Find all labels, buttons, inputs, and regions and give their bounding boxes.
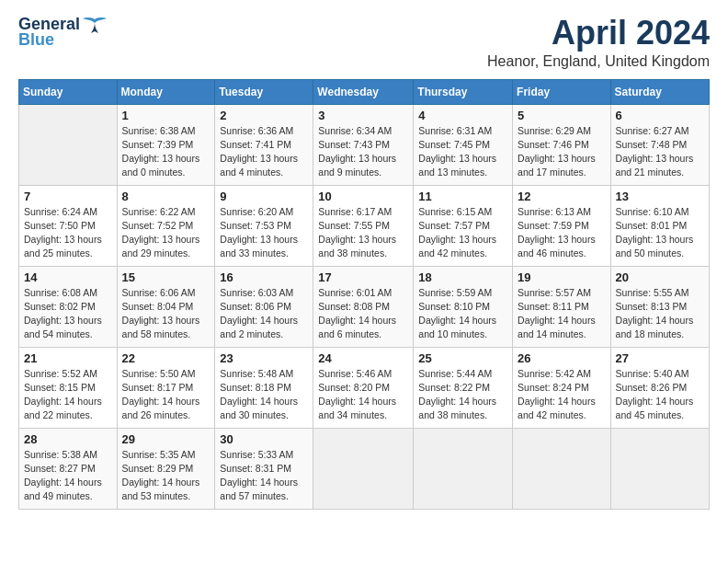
day-number: 13 [616,190,704,203]
calendar-cell: 7Sunrise: 6:24 AM Sunset: 7:50 PM Daylig… [19,185,118,266]
day-number: 17 [318,270,408,284]
day-info: Sunrise: 6:01 AM Sunset: 8:08 PM Dayligh… [318,286,408,342]
day-info: Sunrise: 5:38 AM Sunset: 8:27 PM Dayligh… [24,448,112,504]
calendar-cell: 26Sunrise: 5:42 AM Sunset: 8:24 PM Dayli… [513,347,611,428]
calendar-cell: 12Sunrise: 6:13 AM Sunset: 7:59 PM Dayli… [513,185,611,266]
day-info: Sunrise: 6:15 AM Sunset: 7:57 PM Dayligh… [418,205,507,261]
day-number: 23 [220,351,308,365]
calendar-cell: 22Sunrise: 5:50 AM Sunset: 8:17 PM Dayli… [117,347,215,428]
day-number: 15 [122,270,210,284]
calendar-cell: 6Sunrise: 6:27 AM Sunset: 7:48 PM Daylig… [610,104,709,185]
calendar-cell: 29Sunrise: 5:35 AM Sunset: 8:29 PM Dayli… [117,428,215,509]
page-subtitle: Heanor, England, United Kingdom [487,53,710,70]
calendar-cell: 10Sunrise: 6:17 AM Sunset: 7:55 PM Dayli… [313,185,414,266]
day-number: 7 [24,190,112,203]
day-info: Sunrise: 6:17 AM Sunset: 7:55 PM Dayligh… [318,205,408,261]
day-info: Sunrise: 6:13 AM Sunset: 7:59 PM Dayligh… [518,205,606,261]
calendar-week-row: 7Sunrise: 6:24 AM Sunset: 7:50 PM Daylig… [19,185,710,266]
day-number: 20 [616,270,704,284]
day-number: 27 [616,351,704,365]
calendar-cell: 30Sunrise: 5:33 AM Sunset: 8:31 PM Dayli… [215,428,313,509]
calendar-cell: 23Sunrise: 5:48 AM Sunset: 8:18 PM Dayli… [215,347,313,428]
calendar-week-row: 1Sunrise: 6:38 AM Sunset: 7:39 PM Daylig… [19,104,710,185]
day-info: Sunrise: 5:40 AM Sunset: 8:26 PM Dayligh… [616,367,704,423]
day-info: Sunrise: 6:24 AM Sunset: 7:50 PM Dayligh… [24,205,112,261]
title-block: April 2024 Heanor, England, United Kingd… [487,15,710,70]
page-title: April 2024 [487,15,710,52]
day-number: 19 [518,270,606,284]
calendar-cell: 27Sunrise: 5:40 AM Sunset: 8:26 PM Dayli… [610,347,709,428]
calendar-table: SundayMondayTuesdayWednesdayThursdayFrid… [18,79,710,510]
day-number: 18 [418,270,507,284]
calendar-cell: 8Sunrise: 6:22 AM Sunset: 7:52 PM Daylig… [117,185,215,266]
calendar-weekday-header: Monday [117,79,215,104]
day-info: Sunrise: 6:10 AM Sunset: 8:01 PM Dayligh… [616,205,704,261]
calendar-cell [414,428,513,509]
calendar-weekday-header: Tuesday [215,79,313,104]
calendar-cell: 13Sunrise: 6:10 AM Sunset: 8:01 PM Dayli… [610,185,709,266]
calendar-cell [313,428,414,509]
calendar-cell [513,428,611,509]
day-number: 5 [518,109,606,122]
day-info: Sunrise: 6:08 AM Sunset: 8:02 PM Dayligh… [24,286,112,342]
day-info: Sunrise: 6:36 AM Sunset: 7:41 PM Dayligh… [220,124,308,180]
calendar-cell: 18Sunrise: 5:59 AM Sunset: 8:10 PM Dayli… [414,266,513,347]
day-info: Sunrise: 6:06 AM Sunset: 8:04 PM Dayligh… [122,286,210,342]
day-info: Sunrise: 6:27 AM Sunset: 7:48 PM Dayligh… [616,124,704,180]
calendar-cell: 25Sunrise: 5:44 AM Sunset: 8:22 PM Dayli… [414,347,513,428]
day-number: 3 [318,109,408,122]
calendar-week-row: 21Sunrise: 5:52 AM Sunset: 8:15 PM Dayli… [19,347,710,428]
calendar-cell: 1Sunrise: 6:38 AM Sunset: 7:39 PM Daylig… [117,104,215,185]
calendar-cell: 14Sunrise: 6:08 AM Sunset: 8:02 PM Dayli… [19,266,118,347]
calendar-cell: 15Sunrise: 6:06 AM Sunset: 8:04 PM Dayli… [117,266,215,347]
day-number: 4 [418,109,507,122]
day-info: Sunrise: 5:55 AM Sunset: 8:13 PM Dayligh… [616,286,704,342]
calendar-cell: 9Sunrise: 6:20 AM Sunset: 7:53 PM Daylig… [215,185,313,266]
day-info: Sunrise: 5:52 AM Sunset: 8:15 PM Dayligh… [24,367,112,423]
day-number: 14 [24,270,112,284]
calendar-week-row: 28Sunrise: 5:38 AM Sunset: 8:27 PM Dayli… [19,428,710,509]
day-info: Sunrise: 5:50 AM Sunset: 8:17 PM Dayligh… [122,367,210,423]
page-header: General Blue April 2024 Heanor, England,… [18,15,710,70]
day-number: 2 [220,109,308,122]
calendar-cell: 2Sunrise: 6:36 AM Sunset: 7:41 PM Daylig… [215,104,313,185]
day-number: 11 [418,190,507,203]
day-number: 25 [418,351,507,365]
calendar-cell: 19Sunrise: 5:57 AM Sunset: 8:11 PM Dayli… [513,266,611,347]
day-info: Sunrise: 6:31 AM Sunset: 7:45 PM Dayligh… [418,124,507,180]
calendar-weekday-header: Wednesday [313,79,414,104]
calendar-cell: 11Sunrise: 6:15 AM Sunset: 7:57 PM Dayli… [414,185,513,266]
day-info: Sunrise: 5:35 AM Sunset: 8:29 PM Dayligh… [122,448,210,504]
calendar-cell: 3Sunrise: 6:34 AM Sunset: 7:43 PM Daylig… [313,104,414,185]
day-number: 28 [24,432,112,446]
logo-bird-icon [82,16,108,34]
day-info: Sunrise: 5:46 AM Sunset: 8:20 PM Dayligh… [318,367,408,423]
calendar-cell: 5Sunrise: 6:29 AM Sunset: 7:46 PM Daylig… [513,104,611,185]
day-info: Sunrise: 6:22 AM Sunset: 7:52 PM Dayligh… [122,205,210,261]
calendar-weekday-header: Thursday [414,79,513,104]
day-info: Sunrise: 5:48 AM Sunset: 8:18 PM Dayligh… [220,367,308,423]
day-number: 21 [24,351,112,365]
day-info: Sunrise: 5:44 AM Sunset: 8:22 PM Dayligh… [418,367,507,423]
day-number: 12 [518,190,606,203]
day-number: 8 [122,190,210,203]
day-info: Sunrise: 5:42 AM Sunset: 8:24 PM Dayligh… [518,367,606,423]
calendar-weekday-header: Sunday [19,79,118,104]
calendar-cell [610,428,709,509]
day-info: Sunrise: 5:33 AM Sunset: 8:31 PM Dayligh… [220,448,308,504]
day-info: Sunrise: 6:29 AM Sunset: 7:46 PM Dayligh… [518,124,606,180]
calendar-cell: 24Sunrise: 5:46 AM Sunset: 8:20 PM Dayli… [313,347,414,428]
day-number: 16 [220,270,308,284]
day-info: Sunrise: 5:59 AM Sunset: 8:10 PM Dayligh… [418,286,507,342]
logo-blue-text: Blue [18,30,54,50]
day-number: 10 [318,190,408,203]
calendar-header-row: SundayMondayTuesdayWednesdayThursdayFrid… [19,79,710,104]
calendar-week-row: 14Sunrise: 6:08 AM Sunset: 8:02 PM Dayli… [19,266,710,347]
calendar-cell: 20Sunrise: 5:55 AM Sunset: 8:13 PM Dayli… [610,266,709,347]
day-info: Sunrise: 6:20 AM Sunset: 7:53 PM Dayligh… [220,205,308,261]
calendar-body: 1Sunrise: 6:38 AM Sunset: 7:39 PM Daylig… [19,104,710,509]
calendar-cell: 21Sunrise: 5:52 AM Sunset: 8:15 PM Dayli… [19,347,118,428]
day-info: Sunrise: 5:57 AM Sunset: 8:11 PM Dayligh… [518,286,606,342]
calendar-weekday-header: Friday [513,79,611,104]
day-number: 30 [220,432,308,446]
